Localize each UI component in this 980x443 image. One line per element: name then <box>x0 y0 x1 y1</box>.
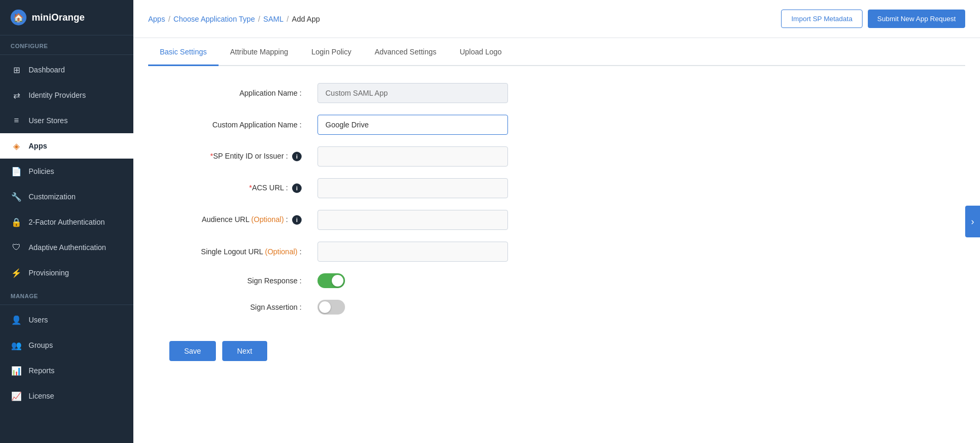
logo-icon: 🏠 <box>11 10 26 25</box>
topbar-actions: Import SP Metadata Submit New App Reques… <box>781 10 965 28</box>
reports-icon: 📊 <box>11 365 22 376</box>
sidebar-item-label: Users <box>29 316 48 324</box>
app-name-label: Application Name : <box>169 89 307 97</box>
scroll-hint[interactable]: › <box>965 206 980 237</box>
sp-entity-row: *SP Entity ID or Issuer : i <box>169 146 944 167</box>
license-icon: 📈 <box>11 390 22 402</box>
sidebar-item-customization[interactable]: 🔧 Customization <box>0 184 133 209</box>
content-area: Basic Settings Attribute Mapping Login P… <box>133 38 980 443</box>
sidebar-item-policies[interactable]: 📄 Policies <box>0 159 133 184</box>
breadcrumb-apps[interactable]: Apps <box>148 15 165 23</box>
form-buttons: Save Next <box>148 326 965 361</box>
breadcrumb-sep-3: / <box>287 15 289 23</box>
provisioning-icon: ⚡ <box>11 267 22 279</box>
tab-basic-settings[interactable]: Basic Settings <box>148 38 219 66</box>
sp-entity-info-icon[interactable]: i <box>292 152 302 161</box>
sidebar-item-users[interactable]: 👤 Users <box>0 307 133 333</box>
tab-attribute-mapping[interactable]: Attribute Mapping <box>219 38 300 66</box>
groups-icon: 👥 <box>11 339 22 351</box>
logo-text: miniOrange <box>32 12 85 23</box>
submit-new-app-button[interactable]: Submit New App Request <box>868 10 965 28</box>
sidebar-item-label: Provisioning <box>29 269 69 277</box>
policies-icon: 📄 <box>11 165 22 177</box>
sidebar-item-groups[interactable]: 👥 Groups <box>0 333 133 358</box>
sidebar-item-identity-providers[interactable]: ⇄ Identity Providers <box>0 82 133 108</box>
audience-url-row: Audience URL (Optional) : i <box>169 210 944 230</box>
adaptive-auth-icon: 🛡 <box>11 242 22 253</box>
audience-url-input[interactable] <box>317 210 508 230</box>
identity-providers-icon: ⇄ <box>11 89 22 101</box>
tab-advanced-settings[interactable]: Advanced Settings <box>363 38 448 66</box>
sidebar-item-user-stores[interactable]: ≡ User Stores <box>0 108 133 133</box>
breadcrumb-choose[interactable]: Choose Application Type <box>174 15 255 23</box>
app-name-row: Application Name : <box>169 83 944 103</box>
sign-response-toggle-wrap[interactable] <box>317 273 345 288</box>
breadcrumb-current: Add App <box>292 15 320 23</box>
apps-icon: ◈ <box>11 140 22 152</box>
sidebar-item-label: Identity Providers <box>29 91 86 99</box>
tabs: Basic Settings Attribute Mapping Login P… <box>148 38 965 66</box>
logout-url-label: Single Logout URL (Optional) : <box>169 247 307 256</box>
sidebar-item-dashboard[interactable]: ⊞ Dashboard <box>0 57 133 82</box>
sidebar-item-label: Adaptive Authentication <box>29 243 106 252</box>
users-icon: 👤 <box>11 314 22 326</box>
sidebar-item-adaptive-auth[interactable]: 🛡 Adaptive Authentication <box>0 235 133 260</box>
acs-url-info-icon[interactable]: i <box>292 183 302 193</box>
breadcrumb-sep-2: / <box>258 15 260 23</box>
sign-response-row: Sign Response : <box>169 273 944 288</box>
custom-name-row: Custom Application Name : <box>169 115 944 135</box>
sidebar-item-label: Apps <box>29 142 47 150</box>
import-sp-metadata-button[interactable]: Import SP Metadata <box>781 10 862 28</box>
sign-response-thumb <box>332 275 343 287</box>
save-button[interactable]: Save <box>169 341 216 361</box>
form-section: Application Name : Custom Application Na… <box>148 83 965 315</box>
sidebar-item-label: Policies <box>29 167 54 176</box>
sidebar-item-label: License <box>29 392 54 400</box>
tab-login-policy[interactable]: Login Policy <box>300 38 363 66</box>
sign-response-label: Sign Response : <box>169 276 307 285</box>
manage-section-label: Manage <box>0 285 133 302</box>
sidebar-item-reports[interactable]: 📊 Reports <box>0 358 133 383</box>
sidebar-item-license[interactable]: 📈 License <box>0 383 133 409</box>
breadcrumb-sep-1: / <box>168 15 170 23</box>
sign-response-toggle[interactable] <box>317 273 345 288</box>
user-stores-icon: ≡ <box>11 115 22 126</box>
main-content: Apps / Choose Application Type / SAML / … <box>133 0 980 443</box>
two-factor-icon: 🔒 <box>11 216 22 228</box>
sp-entity-input[interactable] <box>317 146 508 167</box>
tab-upload-logo[interactable]: Upload Logo <box>448 38 513 66</box>
logout-url-row: Single Logout URL (Optional) : <box>169 242 944 262</box>
acs-url-row: *ACS URL : i <box>169 178 944 198</box>
breadcrumb: Apps / Choose Application Type / SAML / … <box>148 15 320 23</box>
dashboard-icon: ⊞ <box>11 64 22 76</box>
customization-icon: 🔧 <box>11 191 22 202</box>
sp-entity-label: *SP Entity ID or Issuer : i <box>169 152 307 161</box>
sign-assertion-toggle-wrap[interactable] <box>317 300 345 315</box>
sign-assertion-track <box>317 300 345 315</box>
custom-name-label: Custom Application Name : <box>169 121 307 129</box>
sidebar-item-apps[interactable]: ◈ Apps <box>0 133 133 159</box>
sign-response-track <box>317 273 345 288</box>
next-button[interactable]: Next <box>222 341 267 361</box>
sidebar-item-label: Groups <box>29 341 53 349</box>
audience-url-label: Audience URL (Optional) : i <box>169 215 307 225</box>
sidebar-item-label: Customization <box>29 192 76 201</box>
sign-assertion-thumb <box>319 301 331 313</box>
sidebar-item-two-factor[interactable]: 🔒 2-Factor Authentication <box>0 209 133 235</box>
sidebar: 🏠 miniOrange Configure ⊞ Dashboard ⇄ Ide… <box>0 0 133 443</box>
sidebar-item-label: User Stores <box>29 116 68 125</box>
audience-url-info-icon[interactable]: i <box>292 215 302 225</box>
topbar: Apps / Choose Application Type / SAML / … <box>133 0 980 38</box>
sign-assertion-toggle[interactable] <box>317 300 345 315</box>
sidebar-item-label: Dashboard <box>29 66 65 74</box>
logout-url-input[interactable] <box>317 242 508 262</box>
acs-url-label: *ACS URL : i <box>169 183 307 193</box>
content-panel: Basic Settings Attribute Mapping Login P… <box>133 38 980 443</box>
custom-name-input[interactable] <box>317 115 508 135</box>
sidebar-item-provisioning[interactable]: ⚡ Provisioning <box>0 260 133 285</box>
breadcrumb-saml[interactable]: SAML <box>264 15 284 23</box>
app-name-input[interactable] <box>317 83 508 103</box>
sidebar-item-label: Reports <box>29 366 55 375</box>
acs-url-input[interactable] <box>317 178 508 198</box>
sidebar-item-label: 2-Factor Authentication <box>29 218 105 226</box>
